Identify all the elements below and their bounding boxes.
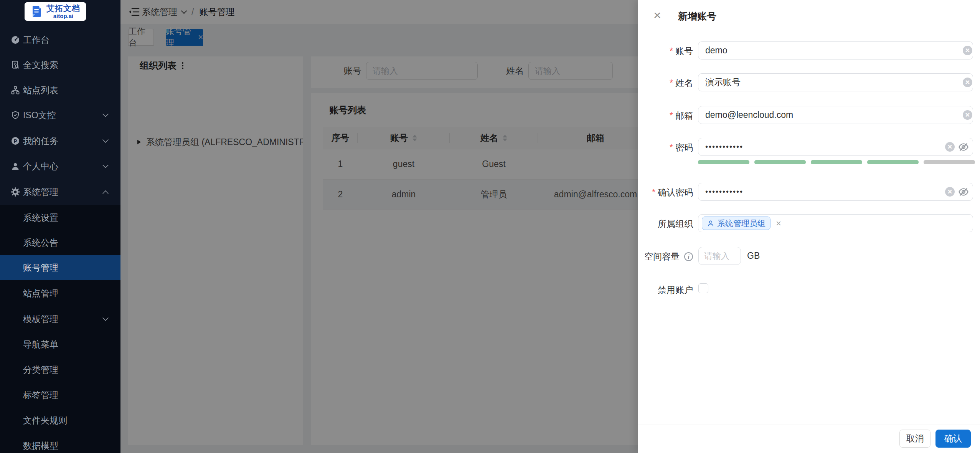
doc-search-icon xyxy=(11,60,20,69)
email-input[interactable] xyxy=(698,106,973,124)
confirm-button[interactable]: 确认 xyxy=(935,430,971,448)
eye-invisible-icon[interactable] xyxy=(958,141,969,153)
required-marker: * xyxy=(670,46,673,56)
sidebar-item-tag-management[interactable]: 标签管理 xyxy=(0,382,120,408)
user-icon xyxy=(11,162,20,171)
clear-icon[interactable]: ✕ xyxy=(945,187,955,197)
sidebar-item-system-management[interactable]: 系统管理 xyxy=(0,179,120,205)
name-input[interactable] xyxy=(698,73,973,91)
gear-icon xyxy=(11,187,20,197)
brand-name: 艾拓文档 xyxy=(46,4,80,12)
sidebar-item-nav-menu[interactable]: 导航菜单 xyxy=(0,332,120,357)
shield-check-icon xyxy=(11,111,20,120)
sidebar: 艾拓文档 aitop.ai 工作台 全文搜索 xyxy=(0,0,120,453)
brand-logo[interactable]: 艾拓文档 aitop.ai xyxy=(25,2,86,21)
disable-account-checkbox[interactable] xyxy=(698,283,708,293)
clear-icon[interactable]: ✕ xyxy=(963,110,972,120)
info-icon[interactable]: i xyxy=(684,252,693,261)
sidebar-item-workbench[interactable]: 工作台 xyxy=(0,27,120,53)
required-marker: * xyxy=(670,78,673,88)
sidebar-item-personal-center[interactable]: 个人中心 xyxy=(0,154,120,179)
sidebar-item-system-settings[interactable]: 系统设置 xyxy=(0,205,120,230)
remove-tag-icon[interactable]: × xyxy=(776,219,781,228)
brand-document-icon xyxy=(30,5,43,18)
brand-domain: aitop.ai xyxy=(53,13,74,19)
drawer-title: 新增账号 xyxy=(678,10,716,23)
sidebar-item-site-management[interactable]: 站点管理 xyxy=(0,281,120,306)
add-account-drawer: × 新增账号 *账号 ✕ *姓名 ✕ *邮箱 ✕ *密码 ✕ xyxy=(638,0,980,453)
sidebar-item-category-management[interactable]: 分类管理 xyxy=(0,357,120,382)
cancel-button[interactable]: 取消 xyxy=(899,430,931,448)
sidebar-item-folder-rules[interactable]: 文件夹规则 xyxy=(0,408,120,433)
organization-select[interactable]: 系统管理员组 × xyxy=(698,214,973,232)
dashboard-icon xyxy=(11,35,20,45)
close-icon[interactable]: × xyxy=(653,8,661,21)
sidebar-item-site-list[interactable]: 站点列表 xyxy=(0,78,120,103)
account-input[interactable] xyxy=(698,41,973,60)
screen: 艾拓文档 aitop.ai 工作台 全文搜索 xyxy=(0,0,980,453)
organization-tag: 系统管理员组 xyxy=(702,217,770,230)
clear-icon[interactable]: ✕ xyxy=(963,78,972,87)
p-badge-icon: P xyxy=(11,136,20,145)
chevron-down-icon xyxy=(102,162,109,168)
svg-text:P: P xyxy=(14,138,17,144)
password-strength-meter xyxy=(698,160,975,164)
required-marker: * xyxy=(670,142,673,153)
capacity-input[interactable] xyxy=(698,247,741,265)
confirm-password-input[interactable] xyxy=(698,183,973,201)
sidebar-item-data-model[interactable]: 数据模型 xyxy=(0,433,120,453)
clear-icon[interactable]: ✕ xyxy=(945,142,955,152)
required-marker: * xyxy=(652,187,655,198)
chevron-down-icon xyxy=(102,315,109,321)
sidebar-item-my-tasks[interactable]: P 我的任务 xyxy=(0,128,120,154)
user-icon xyxy=(707,220,714,227)
chevron-down-icon xyxy=(102,111,109,117)
eye-invisible-icon[interactable] xyxy=(958,186,969,198)
sidebar-item-template-management[interactable]: 模板管理 xyxy=(0,306,120,332)
drawer-footer: 取消 确认 xyxy=(638,425,980,453)
required-marker: * xyxy=(670,111,673,121)
clear-icon[interactable]: ✕ xyxy=(963,46,972,55)
capacity-unit: GB xyxy=(747,251,760,261)
sitemap-icon xyxy=(11,86,20,95)
password-input[interactable] xyxy=(698,138,973,156)
sidebar-item-fulltext-search[interactable]: 全文搜索 xyxy=(0,52,120,78)
chevron-up-icon xyxy=(102,190,109,197)
sidebar-item-system-announcement[interactable]: 系统公告 xyxy=(0,230,120,255)
chevron-down-icon xyxy=(102,137,109,143)
sidebar-item-iso-doc-control[interactable]: ISO文控 xyxy=(0,103,120,128)
sidebar-item-account-management[interactable]: 账号管理 xyxy=(0,255,120,280)
